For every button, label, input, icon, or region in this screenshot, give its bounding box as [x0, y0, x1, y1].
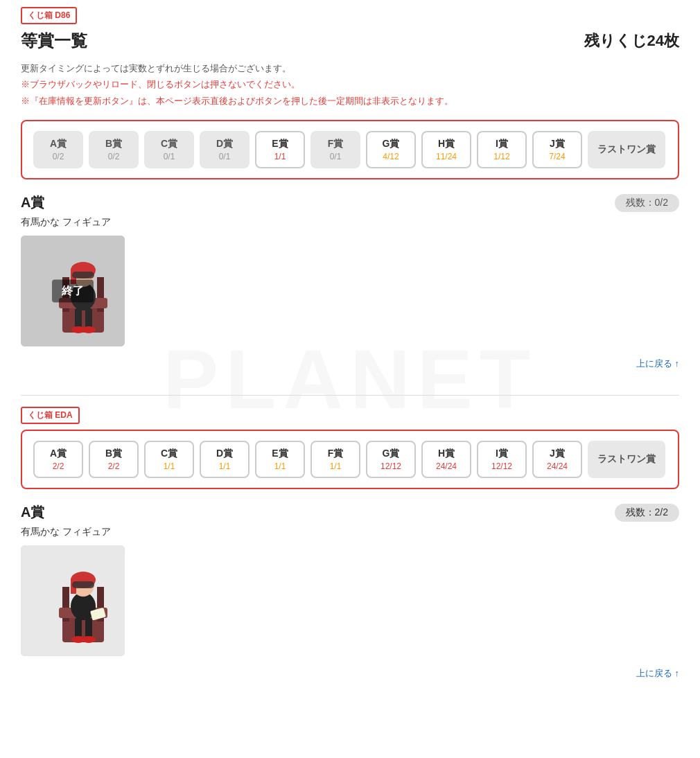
svg-rect-25	[85, 618, 92, 639]
box1-figure-img: 終了	[21, 236, 125, 346]
prize-btn-name: C賞	[161, 138, 177, 150]
section-divider	[21, 395, 679, 396]
box2-detail-header: A賞 残数：2/2	[21, 503, 679, 522]
prize-btn-name: I賞	[496, 448, 508, 460]
prize-btn-count: 24/24	[436, 461, 457, 471]
prize-btn-count: 1/12	[493, 152, 509, 161]
box1-section: くじ箱 D86 等賞一覧 残りくじ24枚 更新タイミングによっては実数とずれが生…	[21, 7, 679, 374]
prize-btn-name: H賞	[438, 448, 455, 460]
prize-btn-ラストワン賞[interactable]: ラストワン賞	[588, 131, 665, 168]
box1-prize-grid-container: A賞0/2B賞0/2C賞0/1D賞0/1E賞1/1F賞0/1G賞4/12H賞11…	[21, 120, 679, 179]
box1-label: くじ箱 D86	[21, 7, 77, 24]
prize-btn-I賞[interactable]: I賞12/12	[477, 441, 527, 478]
box1-back-to-top[interactable]: 上に戻る ↑	[21, 353, 679, 374]
prize-btn-F賞[interactable]: F賞0/1	[310, 131, 360, 168]
box2-subtitle: 有馬かな フィギュア	[21, 526, 679, 538]
box1-remaining-badge: 残数：0/2	[615, 194, 679, 212]
prize-btn-count: 1/1	[274, 461, 286, 471]
svg-rect-23	[72, 581, 94, 588]
prize-btn-count: 0/1	[330, 152, 342, 161]
box1-prize-grid: A賞0/2B賞0/2C賞0/1D賞0/1E賞1/1F賞0/1G賞4/12H賞11…	[33, 131, 667, 168]
prize-btn-G賞[interactable]: G賞4/12	[366, 131, 416, 168]
prize-btn-F賞[interactable]: F賞1/1	[310, 441, 360, 478]
prize-btn-name: E賞	[272, 138, 288, 150]
prize-btn-name: D賞	[216, 448, 233, 460]
box2-detail-title: A賞	[21, 503, 44, 522]
prize-btn-J賞[interactable]: J賞24/24	[532, 441, 582, 478]
notice-line2: ※ブラウザバックやリロード、閉じるボタンは押さないでください。	[21, 76, 679, 92]
prize-btn-J賞[interactable]: J賞7/24	[532, 131, 582, 168]
box1-sold-out-label: 終了	[52, 280, 94, 303]
prize-btn-name: J賞	[550, 448, 565, 460]
svg-rect-10	[75, 308, 82, 329]
prize-btn-name: C賞	[161, 448, 177, 460]
box1-title: 等賞一覧	[21, 30, 87, 52]
prize-btn-count: 2/2	[108, 461, 120, 471]
notice-line3: ※『在庫情報を更新ボタン』は、本ページ表示直後およびボタンを押した後一定期間は非…	[21, 93, 679, 109]
prize-btn-G賞[interactable]: G賞12/12	[366, 441, 416, 478]
box1-detail-header: A賞 残数：0/2	[21, 193, 679, 212]
prize-btn-name: ラストワン賞	[597, 143, 656, 156]
prize-btn-count: 7/24	[549, 152, 565, 161]
prize-btn-B賞[interactable]: B賞0/2	[89, 131, 139, 168]
svg-point-13	[82, 326, 96, 333]
box2-back-to-top[interactable]: 上に戻る ↑	[21, 663, 679, 684]
box2-label: くじ箱 EDA	[21, 407, 80, 424]
svg-point-27	[82, 636, 96, 643]
prize-btn-E賞[interactable]: E賞1/1	[255, 441, 305, 478]
prize-btn-name: G賞	[383, 448, 400, 460]
box1-remaining: 残りくじ24枚	[584, 30, 679, 51]
prize-btn-count: 11/24	[436, 152, 457, 161]
box2-figure-img	[21, 545, 125, 656]
prize-btn-H賞[interactable]: H賞24/24	[421, 441, 471, 478]
prize-btn-E賞[interactable]: E賞1/1	[255, 131, 305, 168]
notice-line1: 更新タイミングによっては実数とずれが生じる場合がございます。	[21, 60, 679, 76]
prize-btn-count: 1/1	[219, 461, 231, 471]
prize-btn-count: 0/1	[219, 152, 231, 161]
prize-btn-name: A賞	[50, 138, 67, 150]
box1-prize-detail: A賞 残数：0/2 有馬かな フィギュア	[21, 193, 679, 374]
prize-btn-count: 0/2	[53, 152, 64, 161]
prize-btn-count: 0/2	[108, 152, 120, 161]
box2-prize-grid: A賞2/2B賞2/2C賞1/1D賞1/1E賞1/1F賞1/1G賞12/12H賞2…	[33, 441, 667, 478]
prize-btn-count: 2/2	[53, 461, 64, 471]
prize-btn-name: F賞	[328, 138, 344, 150]
prize-btn-name: J賞	[550, 138, 565, 150]
box2-prize-detail: A賞 残数：2/2 有馬かな フィギュア	[21, 503, 679, 684]
prize-btn-name: G賞	[383, 138, 400, 150]
prize-btn-A賞[interactable]: A賞0/2	[33, 131, 83, 168]
prize-btn-I賞[interactable]: I賞1/12	[477, 131, 527, 168]
prize-btn-name: I賞	[496, 138, 508, 150]
prize-btn-name: ラストワン賞	[597, 453, 656, 466]
prize-btn-C賞[interactable]: C賞1/1	[144, 441, 194, 478]
prize-btn-A賞[interactable]: A賞2/2	[33, 441, 83, 478]
prize-btn-C賞[interactable]: C賞0/1	[144, 131, 194, 168]
prize-btn-D賞[interactable]: D賞0/1	[200, 131, 250, 168]
box2-figure-svg	[21, 545, 125, 656]
svg-rect-11	[85, 308, 92, 329]
prize-btn-count: 1/1	[164, 461, 175, 471]
prize-btn-name: B賞	[105, 138, 122, 150]
prize-btn-name: H賞	[438, 138, 455, 150]
prize-btn-count: 0/1	[164, 152, 175, 161]
box1-header: 等賞一覧 残りくじ24枚	[21, 30, 679, 52]
prize-btn-count: 12/12	[491, 461, 512, 471]
prize-btn-D賞[interactable]: D賞1/1	[200, 441, 250, 478]
prize-btn-name: D賞	[216, 138, 233, 150]
prize-btn-H賞[interactable]: H賞11/24	[421, 131, 471, 168]
prize-btn-count: 24/24	[547, 461, 568, 471]
svg-rect-24	[75, 618, 82, 639]
box2-remaining-badge: 残数：2/2	[615, 504, 679, 522]
prize-btn-count: 4/12	[383, 152, 399, 161]
prize-btn-name: B賞	[105, 448, 122, 460]
notice-area: 更新タイミングによっては実数とずれが生じる場合がございます。 ※ブラウザバックや…	[21, 60, 679, 109]
box2-prize-grid-container: A賞2/2B賞2/2C賞1/1D賞1/1E賞1/1F賞1/1G賞12/12H賞2…	[21, 430, 679, 489]
prize-btn-count: 1/1	[330, 461, 342, 471]
prize-btn-ラストワン賞[interactable]: ラストワン賞	[588, 441, 665, 478]
prize-btn-count: 1/1	[274, 152, 286, 161]
prize-btn-name: E賞	[272, 448, 288, 460]
prize-btn-B賞[interactable]: B賞2/2	[89, 441, 139, 478]
prize-btn-count: 12/12	[380, 461, 401, 471]
prize-btn-name: F賞	[328, 448, 344, 460]
svg-rect-9	[72, 272, 94, 279]
